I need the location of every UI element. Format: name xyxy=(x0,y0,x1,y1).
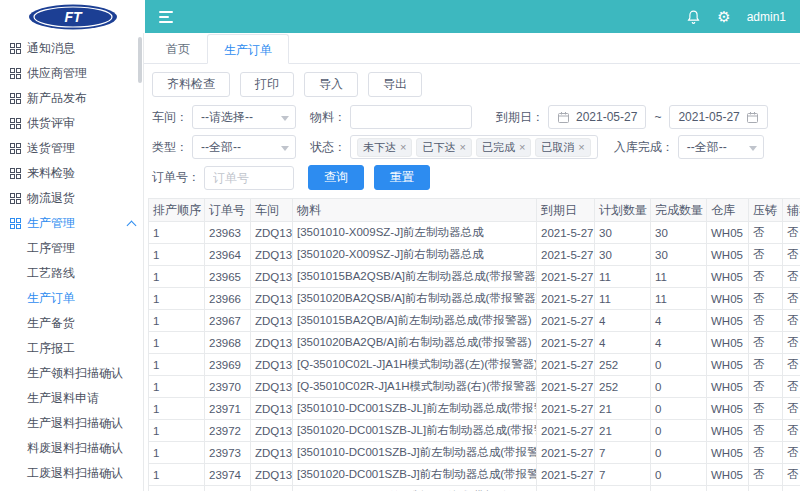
table-cell: 否 xyxy=(783,486,800,491)
table-row[interactable]: 123969ZDQ13[Q-35010C02L-J]A1H模式制动器(左)(带报… xyxy=(149,354,800,376)
table-row[interactable]: 123974ZDQ13[3501020-DC001SZB-J]前右制动器总成(带… xyxy=(149,464,800,486)
status-tag[interactable]: 已下达× xyxy=(416,138,471,157)
sidebar-item[interactable]: 生产备货 xyxy=(0,311,143,336)
topbar-right: ⚙ admin1 xyxy=(686,9,786,25)
table-cell: 否 xyxy=(783,420,800,442)
notification-bell-icon[interactable] xyxy=(686,9,701,25)
status-tag[interactable]: 未下达× xyxy=(357,138,412,157)
column-header: 订单号 xyxy=(205,199,251,222)
table-cell: 2021-5-27 xyxy=(537,310,595,332)
due-date-start-picker[interactable]: 2021-05-27 xyxy=(548,105,646,129)
sidebar-scrollbar[interactable] xyxy=(138,37,142,83)
tag-close-icon[interactable]: × xyxy=(578,142,584,153)
table-cell: 1 xyxy=(149,332,205,354)
top-header: FT ⚙ admin1 xyxy=(0,0,800,33)
table-cell: 0 xyxy=(651,420,707,442)
toolbar-button[interactable]: 导出 xyxy=(368,72,422,97)
table-cell: 7 xyxy=(595,464,651,486)
tab-home[interactable]: 首页 xyxy=(149,33,207,63)
tab-production-order[interactable]: 生产订单 xyxy=(207,34,289,64)
tag-close-icon[interactable]: × xyxy=(459,142,465,153)
table-cell: ZDQ13 xyxy=(251,310,293,332)
type-select[interactable]: --全部-- xyxy=(192,135,296,159)
table-cell: 2021-5-27 xyxy=(537,244,595,266)
sidebar-item[interactable]: 生产管理 xyxy=(0,211,143,236)
sidebar-item[interactable]: 通知消息 xyxy=(0,36,143,61)
reset-button[interactable]: 重置 xyxy=(374,165,430,190)
material-input[interactable] xyxy=(350,105,472,129)
sidebar-item[interactable]: 新产品发布 xyxy=(0,86,143,111)
table-cell: 252 xyxy=(595,376,651,398)
username[interactable]: admin1 xyxy=(747,10,786,24)
tag-close-icon[interactable]: × xyxy=(400,142,406,153)
sidebar-item[interactable]: 工序报工 xyxy=(0,336,143,361)
table-row[interactable]: 123964ZDQ13[3501020-X009SZ-J]前右制动器总成2021… xyxy=(149,244,800,266)
filter-row-status: 类型： --全部-- 状态： 未下达×已下达×已完成×已取消× 入库完成： --… xyxy=(152,135,792,159)
table-cell: 否 xyxy=(749,266,783,288)
table-cell: 否 xyxy=(749,464,783,486)
table-cell: 23973 xyxy=(205,442,251,464)
sidebar-item-label: 生产管理 xyxy=(27,215,75,232)
toolbar-button[interactable]: 导入 xyxy=(304,72,358,97)
table-row[interactable]: 123973ZDQ13[3501010-DC001SZB-J]前左制动器总成(带… xyxy=(149,442,800,464)
chevron-down-icon xyxy=(749,146,757,151)
status-tag-label: 未下达 xyxy=(363,140,396,155)
sidebar-item[interactable]: 工序管理 xyxy=(0,236,143,261)
tag-close-icon[interactable]: × xyxy=(519,142,525,153)
table-cell: 0 xyxy=(651,376,707,398)
sidebar-item[interactable]: 工废退料扫描确认 xyxy=(0,461,143,486)
workshop-select[interactable]: --请选择-- xyxy=(192,105,296,129)
table-cell: ZDQ13 xyxy=(251,266,293,288)
table-row[interactable]: 123966ZDQ13[3501020BA2QSB/A]前右制动器总成(带报警器… xyxy=(149,288,800,310)
table-cell: 23968 xyxy=(205,332,251,354)
due-date-end-picker[interactable]: 2021-05-27 xyxy=(669,105,767,129)
table-body: 123963ZDQ13[3501010-X009SZ-J]前左制动器总成2021… xyxy=(149,222,800,491)
table-row[interactable]: 123972ZDQ13[3501020-DC001SZB-JL]前右制动器总成(… xyxy=(149,420,800,442)
table-row[interactable]: 123965ZDQ13[3501015BA2QSB/A]前左制动器总成(带报警器… xyxy=(149,266,800,288)
table-row[interactable]: 123968ZDQ13[3501020BA2QB/A]前右制动器总成(带报警器)… xyxy=(149,332,800,354)
table-row[interactable]: 123975ZDQ13[3501010SZQB-J]前左制动器总成(带报警器)2… xyxy=(149,486,800,491)
table-cell: 2021-5-27 xyxy=(537,266,595,288)
status-tag[interactable]: 已取消× xyxy=(535,138,590,157)
table-cell: [3501015BA2QSB/A]前左制动器总成(带报警器) xyxy=(293,266,537,288)
sidebar-item[interactable]: 生产订单 xyxy=(0,286,143,311)
settings-gear-icon[interactable]: ⚙ xyxy=(717,9,730,24)
sidebar-item[interactable]: 物流退货 xyxy=(0,186,143,211)
sidebar-item-label: 生产领料扫描确认 xyxy=(27,365,123,382)
table-row[interactable]: 123971ZDQ13[3501010-DC001SZB-JL]前左制动器总成(… xyxy=(149,398,800,420)
logo-text: FT xyxy=(64,9,83,25)
order-no-input[interactable] xyxy=(204,166,294,190)
sidebar-item[interactable]: 工艺路线 xyxy=(0,261,143,286)
due-date-label: 到期日： xyxy=(496,109,544,126)
top-navbar: ⚙ admin1 xyxy=(145,0,800,33)
table-cell: WH05 xyxy=(707,222,749,244)
sidebar-item[interactable]: 生产退料申请 xyxy=(0,386,143,411)
status-tag[interactable]: 已完成× xyxy=(476,138,531,157)
table-cell: 否 xyxy=(783,442,800,464)
order-table: 排产顺序订单号车间物料到期日计划数量完成数量仓库压铸辅料 123963ZDQ13… xyxy=(148,198,800,491)
menu-grid-icon xyxy=(10,193,21,204)
sidebar-item[interactable]: 供货评审 xyxy=(0,111,143,136)
sidebar-item[interactable]: 送货管理 xyxy=(0,136,143,161)
table-cell: 否 xyxy=(783,376,800,398)
status-tag-label: 已取消 xyxy=(541,140,574,155)
sidebar-item[interactable]: 来料检验 xyxy=(0,161,143,186)
table-row[interactable]: 123967ZDQ13[3501015BA2QB/A]前左制动器总成(带报警器)… xyxy=(149,310,800,332)
sidebar-item[interactable]: 供应商管理 xyxy=(0,61,143,86)
status-multiselect[interactable]: 未下达×已下达×已完成×已取消× xyxy=(350,135,598,159)
table-row[interactable]: 123970ZDQ13[Q-35010C02R-J]A1H模式制动器(右)(带报… xyxy=(149,376,800,398)
table-cell: 1 xyxy=(149,420,205,442)
toolbar-button[interactable]: 齐料检查 xyxy=(152,72,230,97)
sidebar-item[interactable]: 生产退料扫描确认 xyxy=(0,411,143,436)
table-cell: [3501020BA2QSB/A]前右制动器总成(带报警器) xyxy=(293,288,537,310)
table-cell: [3501010-DC001SZB-J]前左制动器总成(带报警器) xyxy=(293,442,537,464)
sidebar-item-label: 工序管理 xyxy=(27,240,75,257)
sidebar-item[interactable]: 料废退料扫描确认 xyxy=(0,436,143,461)
search-button[interactable]: 查询 xyxy=(308,165,364,190)
sidebar-collapse-icon[interactable] xyxy=(159,11,173,23)
sidebar-item[interactable]: 生产领料扫描确认 xyxy=(0,361,143,386)
table-row[interactable]: 123963ZDQ13[3501010-X009SZ-J]前左制动器总成2021… xyxy=(149,222,800,244)
toolbar-button[interactable]: 打印 xyxy=(240,72,294,97)
status-label: 状态： xyxy=(310,139,346,156)
inbound-complete-select[interactable]: --全部-- xyxy=(678,135,764,159)
